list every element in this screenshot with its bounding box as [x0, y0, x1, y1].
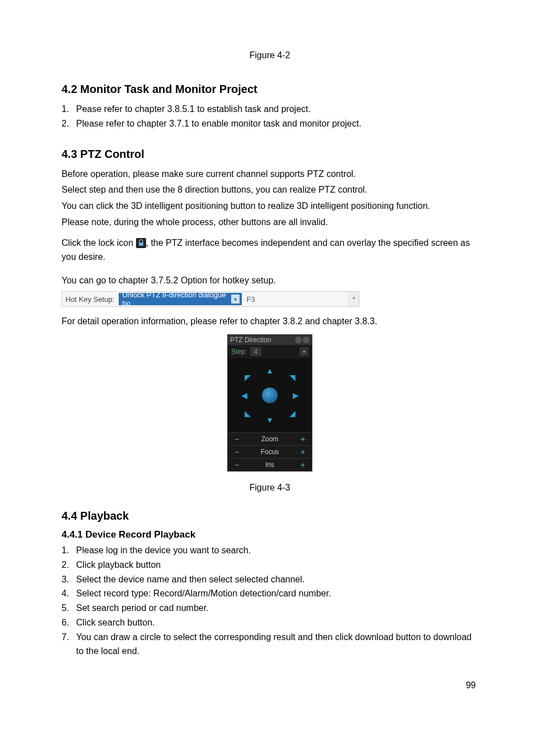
ptz-down-button[interactable]: ▼	[262, 412, 278, 428]
list-num: 5.	[62, 601, 76, 615]
list-text: Please log in the device you want to sea…	[76, 544, 251, 558]
paragraph: Please note, during the whole process, o…	[62, 216, 478, 230]
hotkey-value[interactable]: F3	[242, 295, 348, 304]
list-text: You can draw a circle to select the corr…	[76, 631, 478, 659]
ptz-up-left-button[interactable]: ◤	[240, 370, 255, 385]
svg-rect-0	[139, 242, 143, 246]
heading-4-4: 4.4 Playback	[62, 510, 478, 522]
chevron-down-icon[interactable]: ▾	[231, 295, 240, 304]
list-text: Please refer to chapter 3.7.1 to enable …	[76, 117, 362, 131]
list-item: 1.Please log in the device you want to s…	[62, 544, 478, 558]
paragraph: Before operation, please make sure curre…	[62, 167, 478, 181]
list-item: 6.Click search button.	[62, 616, 478, 630]
list-num: 6.	[62, 616, 76, 630]
ptz-panel: PTZ Direction Step: 4 ▾ ▲ ◥ ▶ ◢ ▼ ◣ ◀ ◤	[227, 334, 312, 472]
list-num: 2.	[62, 117, 76, 131]
paragraph: Select step and then use the 8 direction…	[62, 183, 478, 197]
page: Figure 4-2 4.2 Monitor Task and Monitor …	[0, 0, 534, 718]
paragraph: For detail operation information, please…	[62, 315, 478, 329]
list-text: Set search period or cad number.	[76, 601, 209, 615]
chevron-down-icon[interactable]: ▾	[299, 347, 308, 356]
ptz-down-left-button[interactable]: ◣	[240, 405, 255, 421]
list-text: Pease refer to chapter 3.8.5.1 to establ…	[76, 102, 311, 116]
list-num: 1.	[62, 544, 76, 558]
step-value: 4	[250, 347, 261, 356]
hotkey-select[interactable]: Unlock PTZ 8-direction dialogue bo ▾	[119, 293, 242, 305]
page-number: 99	[62, 680, 478, 690]
paragraph-lock: Click the lock icon , the PTZ interface …	[62, 236, 478, 264]
focus-in-button[interactable]: +	[298, 447, 307, 456]
iris-label: Iris	[265, 461, 274, 469]
list-item: 2.Please refer to chapter 3.7.1 to enabl…	[62, 117, 478, 131]
heading-4-4-1: 4.4.1 Device Record Playback	[62, 529, 478, 540]
lock-text-pre: Click the lock icon	[62, 238, 133, 248]
list-item: 4.Select record type: Record/Alarm/Motio…	[62, 587, 478, 601]
focus-label: Focus	[261, 448, 279, 456]
lock-icon	[136, 238, 146, 248]
ptz-up-right-button[interactable]: ◥	[284, 370, 300, 385]
iris-close-button[interactable]: −	[232, 460, 241, 469]
ptz-up-button[interactable]: ▲	[262, 363, 278, 379]
list-num: 3.	[62, 573, 76, 587]
ptz-down-right-button[interactable]: ◢	[284, 405, 300, 421]
ptz-left-button[interactable]: ◀	[236, 388, 252, 403]
ptz-zoom-row: − Zoom +	[228, 432, 312, 445]
heading-4-2: 4.2 Monitor Task and Monitor Project	[62, 83, 478, 96]
minimize-icon[interactable]	[295, 337, 302, 343]
list-num: 1.	[62, 102, 76, 116]
step-label: Step:	[231, 348, 247, 356]
list-num: 7.	[62, 631, 76, 659]
ptz-focus-row: − Focus +	[228, 445, 312, 458]
heading-4-3: 4.3 PTZ Control	[62, 148, 478, 161]
ptz-direction-pad: ▲ ◥ ▶ ◢ ▼ ◣ ◀ ◤	[236, 362, 303, 429]
list-text: Click playback button	[76, 558, 161, 572]
ptz-title-text: PTZ Direction	[230, 336, 271, 344]
zoom-out-button[interactable]: −	[232, 435, 241, 444]
ptz-iris-row: − Iris +	[228, 458, 312, 471]
hotkey-select-text: Unlock PTZ 8-direction dialogue bo	[122, 291, 231, 307]
list-text: Select record type: Record/Alarm/Motion …	[76, 587, 331, 601]
list-item: 3.Select the device name and then select…	[62, 573, 478, 587]
list-item: 7.You can draw a circle to select the co…	[62, 631, 478, 659]
hotkey-setup-row: Hot Key Setup: Unlock PTZ 8-direction di…	[62, 291, 359, 307]
paragraph: You can go to chapter 3.7.5.2 Option for…	[62, 274, 478, 288]
list-item: 5.Set search period or cad number.	[62, 601, 478, 615]
list-item: 2.Click playback button	[62, 558, 478, 572]
hotkey-required-marker: *	[348, 292, 359, 306]
ptz-panel-wrap: PTZ Direction Step: 4 ▾ ▲ ◥ ▶ ◢ ▼ ◣ ◀ ◤	[62, 334, 478, 472]
zoom-in-button[interactable]: +	[298, 435, 307, 444]
close-icon[interactable]	[303, 337, 310, 343]
ptz-right-button[interactable]: ▶	[288, 388, 303, 403]
ptz-center-button[interactable]	[262, 388, 278, 403]
figure-caption-top: Figure 4-2	[62, 50, 478, 60]
body-4-3: Before operation, please make sure curre…	[62, 167, 478, 288]
paragraph: You can click the 3D intelligent positio…	[62, 199, 478, 213]
list-num: 4.	[62, 587, 76, 601]
hotkey-label: Hot Key Setup:	[62, 295, 119, 304]
list-4-2: 1.Pease refer to chapter 3.8.5.1 to esta…	[62, 102, 478, 131]
list-text: Click search button.	[76, 616, 155, 630]
list-num: 2.	[62, 558, 76, 572]
focus-out-button[interactable]: −	[232, 447, 241, 456]
list-item: 1.Pease refer to chapter 3.8.5.1 to esta…	[62, 102, 478, 116]
figure-caption-ptz: Figure 4-3	[62, 483, 478, 493]
ptz-titlebar: PTZ Direction	[228, 335, 312, 345]
list-text: Select the device name and then select s…	[76, 573, 305, 587]
ptz-step-row: Step: 4 ▾	[228, 345, 312, 358]
zoom-label: Zoom	[261, 435, 279, 443]
iris-open-button[interactable]: +	[298, 460, 307, 469]
list-4-4-1: 1.Please log in the device you want to s…	[62, 544, 478, 658]
